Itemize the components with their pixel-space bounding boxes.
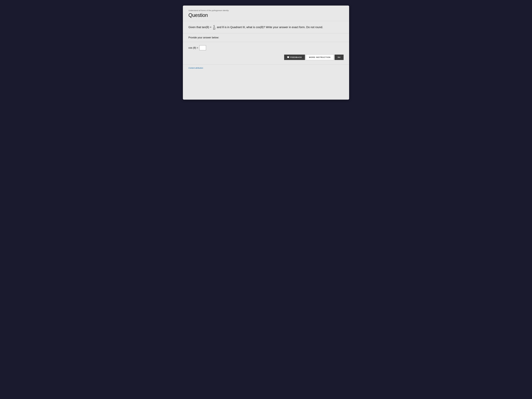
subtitle: Understand all forms of the pythagorean … bbox=[188, 9, 344, 12]
buttons-row: FEEDBACK MORE INSTRUCTION SU bbox=[188, 54, 344, 60]
math-fraction: 5 12 bbox=[213, 25, 216, 30]
header-section: Understand all forms of the pythagorean … bbox=[183, 6, 349, 21]
feedback-icon bbox=[287, 56, 289, 58]
feedback-label: FEEDBACK bbox=[290, 56, 302, 58]
input-label: cos (θ) = bbox=[188, 46, 198, 49]
question-text-after: and θ is in Quadrant III, what is cos(θ)… bbox=[217, 26, 323, 29]
content-attribution-section: Content attribution bbox=[183, 64, 349, 72]
question-text-before: Given that tan(θ) = bbox=[188, 26, 211, 29]
cos-answer-input[interactable] bbox=[199, 45, 206, 50]
main-container: Understand all forms of the pythagorean … bbox=[183, 6, 349, 100]
question-text: Given that tan(θ) = 5 12 and θ is in Qua… bbox=[188, 25, 344, 30]
feedback-button[interactable]: FEEDBACK bbox=[284, 55, 305, 60]
page-title: Question bbox=[188, 12, 344, 18]
submit-label: SU bbox=[338, 56, 341, 58]
provide-answer-label: Provide your answer below: bbox=[188, 36, 344, 39]
answer-section: Provide your answer below: bbox=[183, 33, 349, 42]
submit-button[interactable]: SU bbox=[335, 55, 344, 60]
more-instruction-button[interactable]: MORE INSTRUCTION bbox=[306, 54, 334, 60]
answer-input-section: cos (θ) = FEEDBACK MORE INSTRUCTION SU bbox=[183, 42, 349, 64]
bottom-spacer bbox=[183, 72, 349, 100]
fraction-denominator: 12 bbox=[213, 28, 216, 30]
more-instruction-label: MORE INSTRUCTION bbox=[309, 56, 330, 58]
fraction-numerator: 5 bbox=[213, 25, 215, 28]
question-section: Given that tan(θ) = 5 12 and θ is in Qua… bbox=[183, 21, 349, 33]
content-attribution-link[interactable]: Content attribution bbox=[188, 67, 203, 69]
input-row: cos (θ) = bbox=[188, 45, 344, 50]
